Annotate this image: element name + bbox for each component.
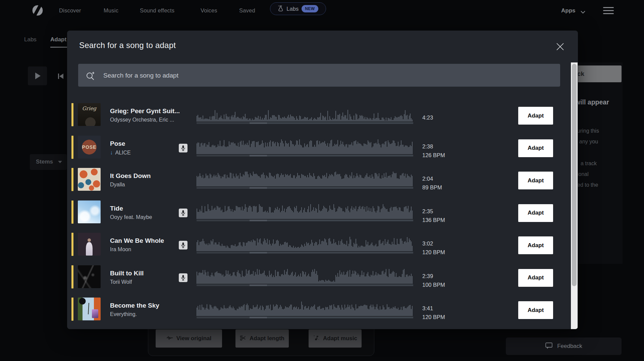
song-artist-row: ↓ Ira Moon <box>110 246 131 253</box>
adapt-button[interactable]: Adapt <box>518 204 553 222</box>
song-duration: 2:39 <box>422 272 445 280</box>
song-bpm: 89 BPM <box>422 183 442 192</box>
downloaded-icon: ↓ <box>110 149 113 156</box>
skip-to-start-button[interactable] <box>57 72 65 80</box>
apps-menu[interactable]: Apps <box>561 7 576 14</box>
stems-label: Stems <box>36 159 53 165</box>
progress-bar <box>197 252 413 254</box>
nav-item-discover[interactable]: Discover <box>59 7 81 14</box>
vocals-mic-chip <box>179 241 187 250</box>
adapt-button[interactable]: Adapt <box>518 269 553 287</box>
song-duration: 2:38 <box>422 142 445 151</box>
waveform[interactable] <box>197 139 413 154</box>
song-row[interactable]: Can We Be Whole ↓ Ira Moon 3:02 120 BPM … <box>67 232 560 265</box>
song-artist-row: ↓ Torii Wolf <box>110 279 132 285</box>
waveform[interactable] <box>197 107 413 122</box>
adapt-music-button[interactable]: Adapt music <box>309 329 362 348</box>
song-row[interactable]: Become the Sky ↓ Everything. 3:41 120 BP… <box>67 297 560 329</box>
adapt-length-button[interactable]: Adapt length <box>235 329 289 348</box>
search-input[interactable] <box>103 64 553 87</box>
play-button[interactable] <box>28 66 47 85</box>
modal-title: Search for a song to adapt <box>79 41 176 50</box>
partially-hidden-button[interactable]: ck <box>572 65 622 82</box>
adapt-button[interactable]: Adapt <box>518 107 553 125</box>
adapt-button[interactable]: Adapt <box>518 236 553 254</box>
partial-text-line: any you <box>579 139 598 145</box>
song-title: Can We Be Whole <box>110 237 164 244</box>
song-artist: Torii Wolf <box>110 279 132 285</box>
vocals-mic-chip <box>179 273 187 282</box>
hamburger-menu-icon[interactable] <box>603 7 614 14</box>
feedback-button[interactable]: Feedback <box>506 337 622 355</box>
epidemic-sound-logo[interactable] <box>32 4 44 16</box>
adapt-button[interactable]: Adapt <box>518 172 553 189</box>
song-row[interactable]: POSE Pose ↓ ALICE 2:38 126 BPM Adapt <box>67 135 560 168</box>
song-meta: 3:41 120 BPM <box>422 304 445 321</box>
song-artist: Ira Moon <box>110 246 131 253</box>
chevron-down-icon <box>580 9 586 15</box>
waveform-icon <box>166 335 173 342</box>
nav-labs-pill[interactable]: Labs NEW <box>270 2 326 15</box>
partial-text-line: uring this <box>577 128 599 134</box>
waveform[interactable] <box>197 269 413 284</box>
song-row[interactable]: Built to Kill ↓ Torii Wolf 2:39 100 BPM … <box>67 265 560 297</box>
progress-bar <box>197 317 413 318</box>
song-title: It Goes Down <box>110 172 151 180</box>
song-artist-row: ↓ Everything. <box>110 311 137 317</box>
song-bpm: 126 BPM <box>422 151 445 160</box>
tab-labs[interactable]: Labs <box>24 36 37 43</box>
stems-dropdown[interactable]: Stems <box>30 154 67 170</box>
song-artist-row: ↓ Ooyy feat. Maybe <box>110 214 152 220</box>
accent-bar <box>71 200 73 224</box>
adapt-button[interactable]: Adapt <box>518 301 553 319</box>
mic-icon <box>181 275 185 281</box>
search-song-modal: Search for a song to adapt Grieg Grieg: … <box>67 31 578 329</box>
album-art: POSE <box>78 136 101 159</box>
song-bpm: 100 BPM <box>422 280 445 289</box>
adapt-length-label: Adapt length <box>250 335 284 342</box>
nav-item-music[interactable]: Music <box>104 7 118 14</box>
song-row[interactable]: It Goes Down ↓ Dyalla 2:04 89 BPM Adapt <box>67 168 560 200</box>
album-art <box>78 168 101 191</box>
song-title: Grieg: Peer Gynt Suit... <box>110 107 180 115</box>
song-duration: 2:35 <box>422 207 445 216</box>
song-row[interactable]: Tide ↓ Ooyy feat. Maybe 2:35 136 BPM Ada… <box>67 200 560 232</box>
song-title: Tide <box>110 205 123 212</box>
tab-adapt[interactable]: Adapt <box>50 36 66 43</box>
waveform[interactable] <box>197 204 413 219</box>
ai-search-icon <box>86 71 96 82</box>
nav-item-sound-effects[interactable]: Sound effects <box>140 7 174 14</box>
vocals-mic-chip <box>179 144 187 152</box>
speech-bubble-icon <box>545 342 553 351</box>
partial-text-line: ed to the <box>577 182 598 188</box>
song-title: Pose <box>110 140 125 147</box>
scrollbar-track[interactable] <box>571 62 578 329</box>
nav-labs-label: Labs <box>286 6 299 12</box>
accent-bar <box>71 168 73 191</box>
waveform[interactable] <box>197 172 413 186</box>
album-art <box>78 233 101 256</box>
nav-item-saved[interactable]: Saved <box>239 7 255 14</box>
song-artist: Dyalla <box>110 182 125 188</box>
song-row[interactable]: Grieg Grieg: Peer Gynt Suit... ↓ Odyssey… <box>67 103 560 135</box>
flask-icon <box>278 5 283 13</box>
progress-bar <box>197 187 413 189</box>
progress-bar <box>197 220 413 221</box>
song-meta: 3:02 120 BPM <box>422 239 445 257</box>
adapt-music-label: Adapt music <box>323 335 357 342</box>
view-original-button[interactable]: View original <box>156 329 222 348</box>
waveform[interactable] <box>197 236 413 251</box>
scrollbar-thumb[interactable] <box>572 64 577 286</box>
partial-heading: will appear <box>575 98 609 106</box>
song-meta: 2:38 126 BPM <box>422 142 445 160</box>
adapt-button[interactable]: Adapt <box>518 139 553 157</box>
accent-bar <box>71 233 73 256</box>
accent-bar <box>71 265 73 288</box>
song-artist: ALICE <box>115 150 131 156</box>
waveform[interactable] <box>197 301 413 316</box>
close-icon[interactable] <box>555 42 566 52</box>
nav-item-voices[interactable]: Voices <box>201 7 217 14</box>
song-bpm: 120 BPM <box>422 313 445 321</box>
song-bpm: 136 BPM <box>422 216 445 224</box>
song-title: Built to Kill <box>110 270 144 277</box>
